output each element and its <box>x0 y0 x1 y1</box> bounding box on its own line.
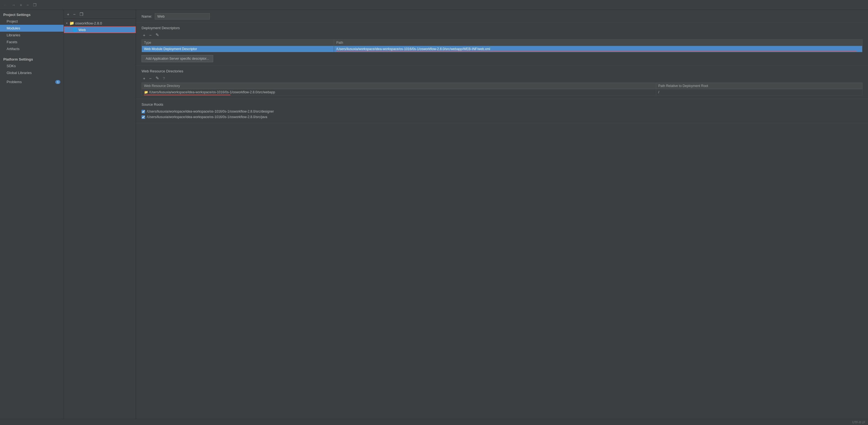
content-panel: Name: Deployment Descriptors + − ✎ Type … <box>136 10 868 419</box>
deployment-descriptors-toolbar: + − ✎ <box>142 32 863 38</box>
source-root-checkbox-0[interactable] <box>142 110 145 113</box>
main-container: Project Settings Project Modules Librari… <box>0 10 868 419</box>
tree-root-label: osworkflow-2.8.0 <box>75 21 102 25</box>
problems-label: Problems <box>7 80 22 84</box>
sidebar-item-label-global-libraries: Global Libraries <box>7 71 32 75</box>
web-resource-directories-section: Web Resource Directories + − ✎ ? Web Res… <box>136 66 868 99</box>
web-resource-toolbar: + − ✎ ? <box>142 75 863 81</box>
sidebar-item-label-facets: Facets <box>7 40 17 44</box>
source-root-path-1: /Users/liusuxia/workspace/idea-workspace… <box>147 115 268 119</box>
tree-web-label: Web <box>79 28 86 32</box>
copy-button[interactable]: ❐ <box>32 2 38 8</box>
source-roots-section: Source Roots /Users/liusuxia/workspace/i… <box>136 99 868 123</box>
name-row: Name: <box>136 10 868 23</box>
source-root-checkbox-1[interactable] <box>142 115 145 119</box>
sidebar-item-artifacts[interactable]: Artifacts <box>0 45 64 52</box>
name-label: Name: <box>142 14 152 19</box>
deployment-descriptors-section: Deployment Descriptors + − ✎ Type Path W… <box>136 23 868 66</box>
deployment-descriptors-title: Deployment Descriptors <box>142 26 863 30</box>
sidebar-item-libraries[interactable]: Libraries <box>0 32 64 38</box>
dd-type-cell: Web Module Deployment Descriptor <box>142 46 334 52</box>
col-path-header: Path <box>334 40 863 46</box>
tree-root-item[interactable]: ▾ 📁 osworkflow-2.8.0 <box>64 20 136 26</box>
sidebar-item-label-libraries: Libraries <box>7 33 20 37</box>
copy-item-button[interactable]: ❐ <box>78 11 85 17</box>
red-underline-decoration <box>336 51 857 52</box>
add-module-button[interactable]: + <box>19 2 23 8</box>
sidebar-divider <box>0 52 64 55</box>
module-toolbar: + − ❐ <box>64 10 136 19</box>
platform-settings-header: Platform Settings <box>0 55 64 63</box>
wr-edit-button[interactable]: ✎ <box>154 75 160 81</box>
add-descriptor-label: Add Application Server specific descript… <box>146 57 209 61</box>
forward-button[interactable]: → <box>10 2 17 8</box>
source-root-path-0: /Users/liusuxia/workspace/idea-workspace… <box>147 109 274 113</box>
folder-icon: 📁 <box>69 21 74 25</box>
problems-badge: 1 <box>55 80 60 84</box>
top-bar: ← → + − ❐ <box>0 0 868 10</box>
tree-expand-arrow: ▾ <box>66 22 68 25</box>
add-descriptor-button[interactable]: Add Application Server specific descript… <box>142 55 213 62</box>
col-path-relative-header: Path Relative to Deployment Root <box>656 83 862 89</box>
col-directory-header: Web Resource Directory <box>142 83 656 89</box>
web-module-icon: 🌐 <box>73 28 78 32</box>
col-type-header: Type <box>142 40 334 46</box>
web-resource-table: Web Resource Directory Path Relative to … <box>142 83 863 96</box>
add-item-button[interactable]: + <box>66 11 71 17</box>
table-row[interactable]: Web Module Deployment Descriptor /Users/… <box>142 46 863 52</box>
wr-remove-button[interactable]: − <box>148 76 153 81</box>
source-root-item-1: /Users/liusuxia/workspace/idea-workspace… <box>142 114 863 120</box>
source-roots-title: Source Roots <box>142 102 863 106</box>
status-bar: UTF-8 LF <box>0 419 868 425</box>
module-tree: ▾ 📁 osworkflow-2.8.0 🌐 Web <box>64 19 136 419</box>
sidebar-item-label-artifacts: Artifacts <box>7 47 20 51</box>
sidebar-item-label-modules: Modules <box>7 26 20 30</box>
sidebar: Project Settings Project Modules Librari… <box>0 10 64 419</box>
web-resource-directories-title: Web Resource Directories <box>142 69 863 73</box>
minimize-button[interactable]: − <box>25 2 30 8</box>
sidebar-item-problems[interactable]: Problems 1 <box>0 78 64 85</box>
wr-directory-text: 📁 /Users/liusuxia/workspace/idea-workspa… <box>144 90 275 94</box>
tree-web-item[interactable]: 🌐 Web <box>64 26 136 33</box>
remove-item-button[interactable]: − <box>72 11 77 17</box>
wr-add-button[interactable]: + <box>142 76 147 81</box>
wr-relative-path-cell: / <box>656 89 862 96</box>
dd-edit-button[interactable]: ✎ <box>154 32 160 38</box>
project-settings-header: Project Settings <box>0 10 64 18</box>
dd-path-cell: /Users/liusuxia/workspace/idea-workspace… <box>334 46 863 52</box>
back-button[interactable]: ← <box>2 2 8 8</box>
sidebar-item-sdks[interactable]: SDKs <box>0 63 64 69</box>
red-underline-wr-decoration <box>144 95 230 95</box>
deployment-descriptors-table: Type Path Web Module Deployment Descript… <box>142 39 863 52</box>
sidebar-item-label-sdks: SDKs <box>7 64 16 68</box>
sidebar-item-global-libraries[interactable]: Global Libraries <box>0 69 64 76</box>
wr-directory-cell: 📁 /Users/liusuxia/workspace/idea-workspa… <box>142 89 656 96</box>
module-panel: + − ❐ ▾ 📁 osworkflow-2.8.0 🌐 Web <box>64 10 136 419</box>
wr-help-button[interactable]: ? <box>162 76 166 80</box>
sidebar-item-modules[interactable]: Modules <box>0 25 64 32</box>
name-input[interactable] <box>155 13 210 20</box>
source-root-item-0: /Users/liusuxia/workspace/idea-workspace… <box>142 109 863 114</box>
sidebar-item-label-project: Project <box>7 19 18 23</box>
dd-add-button[interactable]: + <box>142 32 147 38</box>
table-row[interactable]: 📁 /Users/liusuxia/workspace/idea-workspa… <box>142 89 863 96</box>
dd-path-text: /Users/liusuxia/workspace/idea-workspace… <box>336 47 490 51</box>
wr-path-container: 📁 /Users/liusuxia/workspace/idea-workspa… <box>144 90 275 94</box>
sidebar-item-facets[interactable]: Facets <box>0 38 64 45</box>
sidebar-item-project[interactable]: Project <box>0 18 64 25</box>
dd-remove-button[interactable]: − <box>148 32 153 38</box>
status-text: UTF-8 LF <box>852 421 865 424</box>
sidebar-divider-2 <box>0 76 64 78</box>
